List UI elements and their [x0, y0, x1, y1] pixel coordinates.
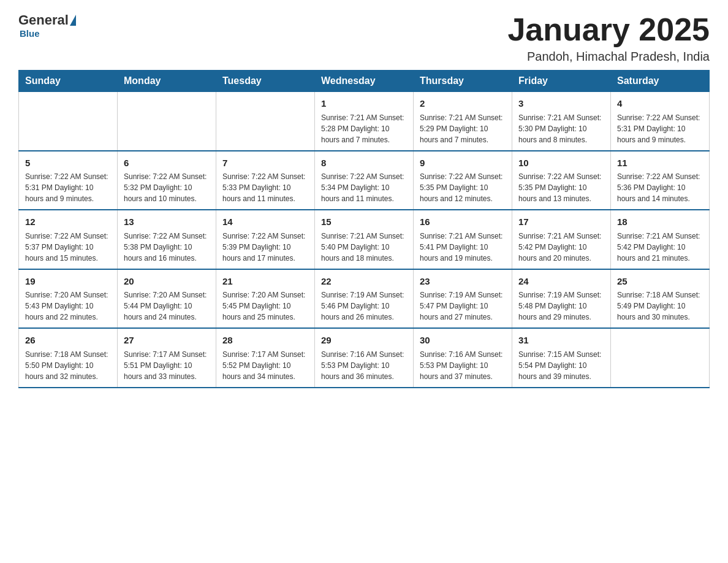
- header-cell-monday: Monday: [118, 71, 216, 92]
- day-number: 20: [124, 275, 210, 289]
- logo-general-text: General: [18, 12, 69, 28]
- day-number: 3: [518, 97, 604, 111]
- day-info: Sunrise: 7:21 AM Sunset: 5:42 PM Dayligh…: [617, 231, 703, 264]
- day-info: Sunrise: 7:16 AM Sunset: 5:53 PM Dayligh…: [420, 349, 506, 382]
- day-cell: 29Sunrise: 7:16 AM Sunset: 5:53 PM Dayli…: [315, 328, 414, 388]
- day-info: Sunrise: 7:19 AM Sunset: 5:46 PM Dayligh…: [321, 289, 407, 323]
- day-info: Sunrise: 7:16 AM Sunset: 5:53 PM Dayligh…: [321, 349, 407, 382]
- day-number: 10: [518, 156, 604, 170]
- day-number: 8: [321, 156, 407, 170]
- page-header: General Blue January 2025 Pandoh, Himach…: [18, 12, 710, 64]
- day-number: 25: [617, 275, 703, 289]
- logo-blue-text: Blue: [20, 28, 40, 39]
- header-cell-saturday: Saturday: [611, 71, 710, 92]
- day-number: 11: [617, 156, 703, 170]
- day-number: 4: [617, 97, 703, 111]
- day-cell: 4Sunrise: 7:22 AM Sunset: 5:31 PM Daylig…: [611, 92, 710, 151]
- day-info: Sunrise: 7:15 AM Sunset: 5:54 PM Dayligh…: [518, 349, 604, 382]
- day-cell: 9Sunrise: 7:22 AM Sunset: 5:35 PM Daylig…: [414, 151, 512, 210]
- day-number: 24: [518, 275, 604, 289]
- day-info: Sunrise: 7:19 AM Sunset: 5:48 PM Dayligh…: [518, 289, 604, 323]
- day-info: Sunrise: 7:22 AM Sunset: 5:36 PM Dayligh…: [617, 171, 703, 204]
- day-info: Sunrise: 7:22 AM Sunset: 5:32 PM Dayligh…: [124, 171, 210, 204]
- logo: General Blue: [18, 12, 77, 39]
- day-number: 31: [518, 334, 604, 348]
- day-cell: 8Sunrise: 7:22 AM Sunset: 5:34 PM Daylig…: [315, 151, 414, 210]
- day-info: Sunrise: 7:22 AM Sunset: 5:38 PM Dayligh…: [124, 231, 210, 264]
- day-cell: [216, 92, 315, 151]
- day-cell: 1Sunrise: 7:21 AM Sunset: 5:28 PM Daylig…: [315, 92, 414, 151]
- day-number: 28: [222, 334, 308, 348]
- day-info: Sunrise: 7:17 AM Sunset: 5:52 PM Dayligh…: [222, 349, 308, 382]
- day-cell: 25Sunrise: 7:18 AM Sunset: 5:49 PM Dayli…: [611, 269, 710, 329]
- day-cell: 23Sunrise: 7:19 AM Sunset: 5:47 PM Dayli…: [414, 269, 512, 329]
- day-cell: 13Sunrise: 7:22 AM Sunset: 5:38 PM Dayli…: [118, 210, 216, 269]
- day-cell: 14Sunrise: 7:22 AM Sunset: 5:39 PM Dayli…: [216, 210, 315, 269]
- day-info: Sunrise: 7:21 AM Sunset: 5:42 PM Dayligh…: [518, 231, 604, 264]
- calendar-body: 1Sunrise: 7:21 AM Sunset: 5:28 PM Daylig…: [19, 92, 710, 388]
- calendar-table: SundayMondayTuesdayWednesdayThursdayFrid…: [18, 70, 710, 388]
- calendar-subtitle: Pandoh, Himachal Pradesh, India: [507, 50, 710, 64]
- day-info: Sunrise: 7:22 AM Sunset: 5:39 PM Dayligh…: [222, 231, 308, 264]
- day-number: 9: [420, 156, 506, 170]
- day-number: 23: [420, 275, 506, 289]
- header-cell-thursday: Thursday: [414, 71, 512, 92]
- day-info: Sunrise: 7:18 AM Sunset: 5:50 PM Dayligh…: [25, 349, 111, 382]
- day-number: 30: [420, 334, 506, 348]
- day-cell: [118, 92, 216, 151]
- day-number: 7: [222, 156, 308, 170]
- day-number: 26: [25, 334, 111, 348]
- day-cell: 2Sunrise: 7:21 AM Sunset: 5:29 PM Daylig…: [414, 92, 512, 151]
- day-cell: 24Sunrise: 7:19 AM Sunset: 5:48 PM Dayli…: [512, 269, 611, 329]
- day-cell: 17Sunrise: 7:21 AM Sunset: 5:42 PM Dayli…: [512, 210, 611, 269]
- header-cell-sunday: Sunday: [19, 71, 118, 92]
- week-row-3: 12Sunrise: 7:22 AM Sunset: 5:37 PM Dayli…: [19, 210, 710, 269]
- day-info: Sunrise: 7:21 AM Sunset: 5:41 PM Dayligh…: [420, 231, 506, 264]
- day-info: Sunrise: 7:21 AM Sunset: 5:30 PM Dayligh…: [518, 112, 604, 145]
- day-cell: 10Sunrise: 7:22 AM Sunset: 5:35 PM Dayli…: [512, 151, 611, 210]
- day-cell: 22Sunrise: 7:19 AM Sunset: 5:46 PM Dayli…: [315, 269, 414, 329]
- day-number: 2: [420, 97, 506, 111]
- day-number: 12: [25, 215, 111, 229]
- header-row: SundayMondayTuesdayWednesdayThursdayFrid…: [19, 71, 710, 92]
- week-row-1: 1Sunrise: 7:21 AM Sunset: 5:28 PM Daylig…: [19, 92, 710, 151]
- day-cell: 18Sunrise: 7:21 AM Sunset: 5:42 PM Dayli…: [611, 210, 710, 269]
- day-cell: 31Sunrise: 7:15 AM Sunset: 5:54 PM Dayli…: [512, 328, 611, 388]
- day-number: 18: [617, 215, 703, 229]
- day-cell: [611, 328, 710, 388]
- day-info: Sunrise: 7:17 AM Sunset: 5:51 PM Dayligh…: [124, 349, 210, 382]
- day-info: Sunrise: 7:19 AM Sunset: 5:47 PM Dayligh…: [420, 289, 506, 323]
- day-cell: 5Sunrise: 7:22 AM Sunset: 5:31 PM Daylig…: [19, 151, 118, 210]
- day-cell: 27Sunrise: 7:17 AM Sunset: 5:51 PM Dayli…: [118, 328, 216, 388]
- day-info: Sunrise: 7:21 AM Sunset: 5:29 PM Dayligh…: [420, 112, 506, 145]
- logo-triangle-icon: [70, 15, 76, 26]
- day-number: 21: [222, 275, 308, 289]
- day-number: 17: [518, 215, 604, 229]
- week-row-4: 19Sunrise: 7:20 AM Sunset: 5:43 PM Dayli…: [19, 269, 710, 329]
- header-cell-friday: Friday: [512, 71, 611, 92]
- day-number: 27: [124, 334, 210, 348]
- day-cell: 30Sunrise: 7:16 AM Sunset: 5:53 PM Dayli…: [414, 328, 512, 388]
- day-number: 5: [25, 156, 111, 170]
- day-number: 14: [222, 215, 308, 229]
- day-number: 6: [124, 156, 210, 170]
- day-cell: 26Sunrise: 7:18 AM Sunset: 5:50 PM Dayli…: [19, 328, 118, 388]
- calendar-header: SundayMondayTuesdayWednesdayThursdayFrid…: [19, 71, 710, 92]
- day-number: 19: [25, 275, 111, 289]
- day-cell: 28Sunrise: 7:17 AM Sunset: 5:52 PM Dayli…: [216, 328, 315, 388]
- day-info: Sunrise: 7:18 AM Sunset: 5:49 PM Dayligh…: [617, 289, 703, 323]
- day-info: Sunrise: 7:20 AM Sunset: 5:44 PM Dayligh…: [124, 289, 210, 323]
- day-info: Sunrise: 7:22 AM Sunset: 5:34 PM Dayligh…: [321, 171, 407, 204]
- day-cell: 19Sunrise: 7:20 AM Sunset: 5:43 PM Dayli…: [19, 269, 118, 329]
- day-cell: 6Sunrise: 7:22 AM Sunset: 5:32 PM Daylig…: [118, 151, 216, 210]
- day-info: Sunrise: 7:22 AM Sunset: 5:33 PM Dayligh…: [222, 171, 308, 204]
- day-cell: 21Sunrise: 7:20 AM Sunset: 5:45 PM Dayli…: [216, 269, 315, 329]
- header-cell-wednesday: Wednesday: [315, 71, 414, 92]
- day-info: Sunrise: 7:22 AM Sunset: 5:37 PM Dayligh…: [25, 231, 111, 264]
- day-info: Sunrise: 7:22 AM Sunset: 5:31 PM Dayligh…: [617, 112, 703, 145]
- day-number: 22: [321, 275, 407, 289]
- day-info: Sunrise: 7:22 AM Sunset: 5:31 PM Dayligh…: [25, 171, 111, 204]
- day-cell: 20Sunrise: 7:20 AM Sunset: 5:44 PM Dayli…: [118, 269, 216, 329]
- day-cell: [19, 92, 118, 151]
- day-number: 29: [321, 334, 407, 348]
